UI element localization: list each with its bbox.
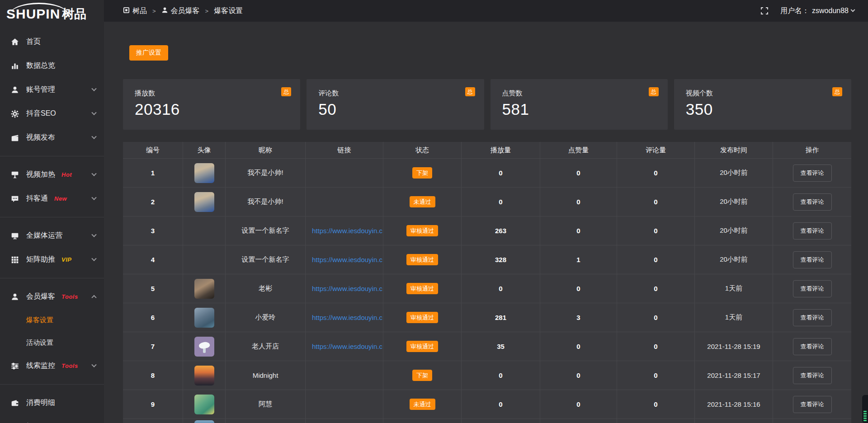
view-comments-button[interactable]: 查看评论: [793, 309, 832, 326]
sidebar-item-首页[interactable]: 首页: [0, 30, 104, 54]
sidebar: SHUPIN 树品 首页 数据总览 账号管理 抖音SEO 视频发布: [0, 0, 104, 423]
sidebar-item-操作说明[interactable]: ? 操作说明: [0, 415, 104, 423]
cell-likes: 0: [540, 361, 617, 390]
stat-card-total-badge: 总: [832, 87, 842, 96]
home-icon: [10, 38, 19, 47]
cell-likes: 1: [540, 245, 617, 274]
cell-link[interactable]: https://www.iesdouyin.c: [306, 245, 383, 274]
video-icon: [10, 133, 19, 142]
sidebar-subitem-活动设置[interactable]: 活动设置: [0, 331, 104, 354]
sidebar-item-抖音SEO[interactable]: 抖音SEO: [0, 102, 104, 126]
data-table: 编号头像昵称链接状态播放量点赞量评论量发布时间操作 1 我不是小帅! 下架 0 …: [123, 142, 851, 423]
view-comments-button[interactable]: 查看评论: [793, 193, 832, 211]
view-comments-button[interactable]: 查看评论: [793, 338, 832, 355]
topbar-right: 用户名： zswodun88: [760, 6, 854, 16]
sidebar-item-矩阵助推[interactable]: 矩阵助推 VIP: [0, 248, 104, 272]
status-badge: 下架: [412, 370, 432, 381]
heat-icon: [10, 170, 19, 179]
table-header-cell-播放量: 播放量: [462, 142, 540, 159]
sidebar-item-线索监控[interactable]: 线索监控 Tools: [0, 354, 104, 378]
sidebar-item-账号管理[interactable]: 账号管理: [0, 78, 104, 102]
cell-nickname: 老彬: [226, 274, 306, 303]
view-comments-button[interactable]: 查看评论: [793, 396, 832, 413]
sidebar-item-会员爆客[interactable]: 会员爆客 Tools: [0, 285, 104, 309]
grid-small-icon: [123, 7, 130, 15]
sidebar-divider: [0, 156, 104, 156]
sidebar-item-数据总览[interactable]: 数据总览: [0, 54, 104, 78]
cell-publish-time: 1天前: [695, 303, 773, 332]
cell-publish-time: 20小时前: [695, 188, 773, 216]
cell-comments: 0: [617, 159, 695, 188]
cell-actions: 查看评论: [773, 188, 851, 216]
breadcrumb-item-爆客设置[interactable]: 爆客设置: [214, 6, 243, 16]
user-menu[interactable]: 用户名： zswodun88: [780, 6, 854, 16]
sidebar-divider: [0, 384, 104, 385]
cell-plays: 35: [462, 332, 540, 361]
sidebar-item-抖客通[interactable]: 抖客通 New: [0, 187, 104, 211]
view-comments-button[interactable]: 查看评论: [793, 222, 832, 240]
table-row: 2 我不是小帅! 未通过 0 0 0 20小时前 查看评论: [123, 188, 851, 216]
cell-publish-time: 1天前: [695, 274, 773, 303]
breadcrumb-item-树品[interactable]: 树品: [123, 6, 147, 16]
avatar: [194, 279, 214, 299]
chart-icon: [10, 61, 19, 70]
fullscreen-icon[interactable]: [760, 7, 769, 15]
cell-link[interactable]: https://www.iesdouyin.c: [306, 332, 383, 361]
chevron-down-icon: [91, 362, 96, 367]
table-header-cell-点赞量: 点赞量: [540, 142, 617, 159]
floating-widget[interactable]: [862, 395, 868, 423]
avatar: [194, 420, 214, 423]
stat-card-label: 点赞数: [502, 89, 658, 98]
promo-settings-button[interactable]: 推广设置: [129, 45, 168, 61]
avatar: [194, 337, 214, 357]
stat-card-total-badge: 总: [649, 87, 659, 96]
table-header-cell-状态: 状态: [383, 142, 462, 159]
view-comments-button[interactable]: 查看评论: [793, 367, 832, 384]
table-header-cell-操作: 操作: [773, 142, 851, 159]
cell-link[interactable]: https://www.iesdouyin.c: [306, 216, 383, 245]
view-comments-button[interactable]: 查看评论: [793, 251, 832, 268]
cell-nickname: 阿慧: [226, 390, 306, 419]
topbar: 树品 > 会员爆客 > 爆客设置 用户名： zswodun88: [104, 0, 868, 22]
chevron-down-icon: [91, 256, 96, 261]
cell-actions: 查看评论: [773, 216, 851, 245]
sidebar-item-视频加热[interactable]: 视频加热 Hot: [0, 163, 104, 187]
cell-id: 1: [123, 159, 183, 188]
sliders-icon: [10, 362, 19, 371]
status-badge: 下架: [412, 167, 432, 179]
table-row: 7 老人开店 https://www.iesdouyin.c 审核通过 35 0…: [123, 332, 851, 361]
cell-plays: 0: [462, 361, 540, 390]
cell-actions: 查看评论: [773, 159, 851, 188]
cell-status: [383, 419, 462, 423]
app-logo[interactable]: SHUPIN 树品: [0, 0, 104, 28]
cell-nickname: 老人开店: [226, 332, 306, 361]
table-header-row: 编号头像昵称链接状态播放量点赞量评论量发布时间操作: [123, 142, 851, 159]
cell-publish-time: 20小时前: [695, 245, 773, 274]
cell-likes: 0: [540, 216, 617, 245]
cell-comments: 0: [617, 390, 695, 419]
sidebar-item-全媒体运营[interactable]: 全媒体运营: [0, 224, 104, 248]
sidebar-item-消费明细[interactable]: 消费明细: [0, 391, 104, 415]
stat-card: 视频个数 350 总: [674, 79, 851, 130]
cell-link[interactable]: https://www.iesdouyin.c: [306, 274, 383, 303]
cell-comments: 0: [617, 361, 695, 390]
table-row: 9 阿慧 未通过 0 0 0 2021-11-28 15:16 查看评论: [123, 390, 851, 419]
cell-comments: 0: [617, 216, 695, 245]
cell-plays: 0: [462, 390, 540, 419]
cell-status: 审核通过: [383, 303, 462, 332]
cell-link: [306, 188, 383, 216]
cell-link[interactable]: https://www.iesdouyin.c: [306, 303, 383, 332]
status-badge: 审核通过: [406, 283, 438, 294]
sidebar-item-视频发布[interactable]: 视频发布: [0, 126, 104, 150]
cell-plays: 328: [462, 245, 540, 274]
cell-nickname: Midnight: [226, 361, 306, 390]
sidebar-subitem-爆客设置[interactable]: 爆客设置: [0, 309, 104, 331]
stat-card-label: 播放数: [135, 89, 290, 98]
view-comments-button[interactable]: 查看评论: [793, 280, 832, 297]
table-header-cell-编号: 编号: [123, 142, 183, 159]
view-comments-button[interactable]: 查看评论: [793, 164, 832, 182]
cell-nickname: [226, 419, 306, 423]
breadcrumb-item-会员爆客[interactable]: 会员爆客: [161, 6, 200, 16]
matrix-icon: [10, 255, 19, 264]
cell-actions: 查看评论: [773, 245, 851, 274]
